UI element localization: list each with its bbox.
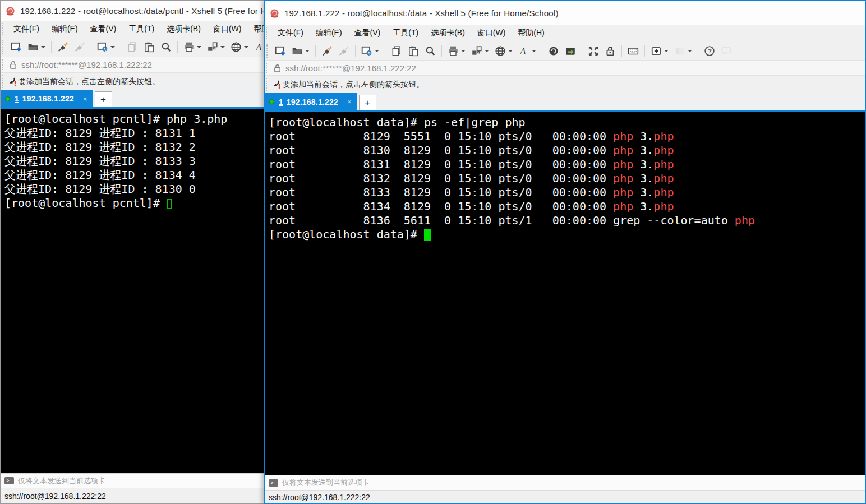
new-tab-button[interactable]: +	[95, 91, 112, 107]
menu-view[interactable]: 查看(V)	[84, 22, 123, 36]
status-url: ssh://root@192.168.1.222:22	[269, 493, 370, 502]
menu-bar: 文件(F) 编辑(E) 查看(V) 工具(T) 选项卡(B) 窗口(W) 帮助(…	[265, 25, 865, 41]
terminal-line: root 8131 8129 0 15:10 pts/0 00:00:00 ph…	[269, 158, 865, 172]
help-button[interactable]	[702, 43, 717, 59]
tab-close-button[interactable]: ×	[347, 98, 352, 105]
menu-tabs[interactable]: 选项卡(B)	[425, 26, 471, 40]
menu-tabs[interactable]: 选项卡(B)	[160, 22, 207, 36]
print-button[interactable]	[181, 39, 204, 55]
menu-tools[interactable]: 工具(T)	[386, 26, 425, 40]
titlebar[interactable]: 192.168.1.222 - root@localhost:/data/pcn…	[1, 1, 264, 21]
terminal-cursor	[167, 199, 172, 209]
terminal-pcntl[interactable]: [root@localhost pcntl]# php 3.php父进程ID: …	[1, 109, 264, 473]
virtual-keyboard-button[interactable]	[625, 43, 641, 59]
address-bar[interactable]: ssh://root:******@192.168.1.222:22	[265, 60, 865, 75]
terminal-line: 父进程ID: 8129 进程ID : 8134 4	[4, 168, 264, 182]
print-button[interactable]	[445, 43, 468, 59]
chevron-down-icon	[375, 50, 379, 52]
toolbar	[1, 38, 264, 57]
terminal-data[interactable]: [root@localhost data]# ps -ef|grep phpro…	[265, 112, 865, 475]
terminal-line: [root@localhost data]#	[269, 228, 865, 242]
chevron-down-icon	[41, 46, 45, 48]
zmodem-button[interactable]	[546, 43, 561, 59]
find-button[interactable]	[158, 39, 174, 55]
toolbar	[265, 41, 865, 60]
screen-capture-button[interactable]	[469, 43, 491, 59]
connect-button[interactable]	[319, 43, 335, 59]
find-button[interactable]	[422, 43, 438, 59]
menu-help[interactable]: 帮助(H)	[512, 26, 550, 40]
web-browser-button[interactable]	[228, 39, 251, 55]
xshell-logo-icon[interactable]	[270, 8, 279, 18]
lock-screen-button[interactable]	[602, 43, 618, 59]
chevron-down-icon	[508, 50, 513, 52]
infobar-grip[interactable]	[266, 78, 269, 91]
menu-edit[interactable]: 编辑(E)	[310, 26, 348, 40]
address-bar[interactable]: ssh://root:******@192.168.1.222:22	[1, 57, 264, 72]
menu-edit[interactable]: 编辑(E)	[45, 22, 84, 36]
disconnect-button[interactable]	[72, 39, 87, 55]
menu-window[interactable]: 窗口(W)	[471, 26, 512, 40]
copy-button[interactable]	[125, 39, 140, 55]
session-tab[interactable]: 1 192.168.1.222 ×	[1, 90, 93, 107]
menu-view[interactable]: 查看(V)	[348, 26, 387, 40]
connect-button[interactable]	[55, 39, 71, 55]
status-url: ssh://root@192.168.1.222:22	[4, 492, 106, 501]
chat-button[interactable]	[718, 43, 734, 59]
session-properties-button[interactable]	[359, 43, 381, 59]
disconnect-button[interactable]	[336, 43, 352, 59]
new-tab-toolbar-button[interactable]	[648, 43, 671, 59]
font-button[interactable]	[252, 39, 264, 55]
paste-button[interactable]	[141, 39, 157, 55]
send-placeholder: 仅将文本发送到当前选项卡	[282, 478, 370, 488]
tab-number: 1	[15, 94, 19, 103]
web-browser-button[interactable]	[492, 43, 515, 59]
menu-window[interactable]: 窗口(W)	[207, 22, 248, 36]
session-properties-button[interactable]	[95, 39, 117, 55]
titlebar[interactable]: 192.168.1.222 - root@localhost:/data - X…	[265, 1, 865, 25]
menu-file[interactable]: 文件(F)	[271, 26, 310, 40]
new-tab-button[interactable]: +	[359, 95, 376, 110]
xshell-logo-icon[interactable]	[6, 6, 15, 16]
new-session-button[interactable]	[8, 39, 24, 55]
info-text: 要添加当前会话，点击左侧的箭头按钮。	[283, 80, 424, 90]
addressbar-grip[interactable]	[266, 63, 269, 73]
chevron-down-icon	[220, 46, 225, 48]
menu-file[interactable]: 文件(F)	[7, 22, 45, 36]
toolbar-grip[interactable]	[2, 40, 5, 54]
infobar-grip[interactable]	[2, 75, 4, 88]
send-target-icon[interactable]: >_	[269, 479, 278, 487]
copy-button[interactable]	[389, 43, 404, 59]
menubar-grip[interactable]	[2, 23, 4, 35]
font-button[interactable]	[516, 43, 538, 59]
chevron-down-icon	[485, 50, 489, 52]
terminal-cursor	[424, 229, 431, 241]
menu-tools[interactable]: 工具(T)	[122, 22, 160, 36]
open-session-button[interactable]	[25, 39, 48, 55]
tab-close-button[interactable]: ×	[83, 95, 87, 103]
session-tab[interactable]: 1 192.168.1.222 ×	[265, 93, 357, 110]
menu-help[interactable]: 帮助(H)	[247, 22, 264, 36]
fullscreen-button[interactable]	[586, 43, 601, 59]
screen-capture-button[interactable]	[205, 39, 227, 55]
send-text-bar[interactable]: >_ 仅将文本发送到当前选项卡	[265, 475, 865, 490]
addressbar-grip[interactable]	[2, 59, 4, 70]
paste-button[interactable]	[406, 43, 421, 59]
send-text-bar[interactable]: >_ 仅将文本发送到当前选项卡	[1, 473, 264, 488]
window-title: 192.168.1.222 - root@localhost:/data/pcn…	[20, 6, 264, 16]
terminal-line: root 8132 8129 0 15:10 pts/0 00:00:00 ph…	[269, 172, 865, 186]
send-target-icon[interactable]: >_	[4, 477, 14, 484]
open-session-button[interactable]	[289, 43, 312, 59]
add-session-arrow-icon[interactable]	[7, 77, 17, 86]
toolbar-grip[interactable]	[266, 44, 269, 58]
lock-icon	[274, 64, 281, 72]
window-title: 192.168.1.222 - root@localhost:/data - X…	[284, 8, 559, 18]
menubar-grip[interactable]	[266, 27, 269, 39]
new-session-button[interactable]	[273, 43, 288, 59]
chevron-down-icon	[532, 50, 536, 52]
terminal-line: 父进程ID: 8129 进程ID : 8132 2	[4, 140, 264, 154]
lock-icon	[10, 61, 17, 69]
xftp-button[interactable]	[563, 43, 578, 59]
tab-layout-button[interactable]	[672, 43, 694, 59]
add-session-arrow-icon[interactable]	[271, 80, 281, 89]
